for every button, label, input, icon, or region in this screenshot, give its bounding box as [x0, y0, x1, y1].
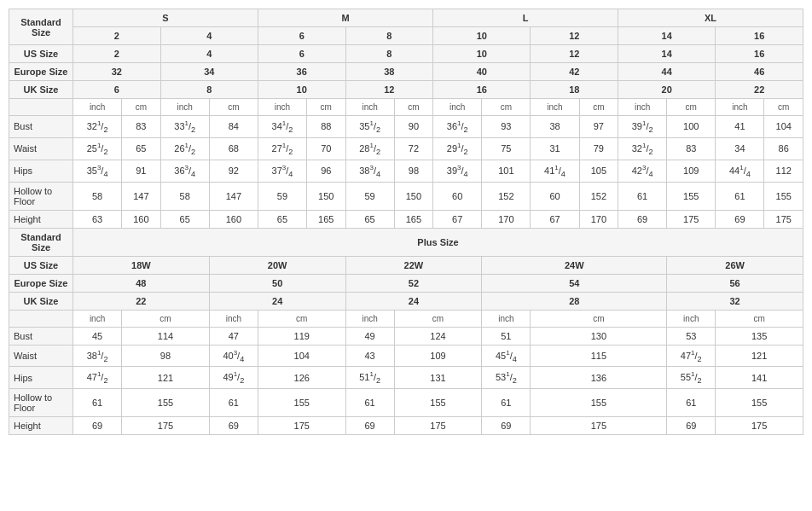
plus-us-18w: 18W — [73, 256, 210, 274]
unit-inch-3: inch — [258, 99, 306, 116]
plus-us-20w: 20W — [209, 256, 345, 274]
plus-waist-22w-inch: 43 — [345, 345, 394, 367]
plus-bust-20w-inch: 47 — [209, 327, 258, 345]
bust-16-cm: 104 — [764, 116, 803, 138]
plus-bust-18w-cm: 114 — [122, 327, 210, 345]
bust-16-inch: 41 — [716, 116, 764, 138]
htf-8-cm: 150 — [394, 182, 432, 210]
size-chart-table: StandardSize S M L XL 2 4 6 8 10 12 14 1… — [9, 9, 803, 435]
plus-h-18w-cm: 175 — [122, 417, 210, 435]
eu-38: 38 — [345, 63, 433, 81]
plus-hips-18w-inch: 471/2 — [73, 367, 122, 389]
us-size-label: US Size — [9, 45, 73, 63]
plus-hips-26w-inch: 551/2 — [667, 367, 716, 389]
plus-uk-24b: 24 — [345, 292, 482, 310]
hips-14-inch: 423/4 — [618, 160, 667, 182]
plus-unit-inch-5: inch — [667, 310, 716, 327]
htf-16-cm: 155 — [764, 182, 803, 210]
plus-waist-26w-cm: 121 — [716, 345, 803, 367]
bust-12-cm: 97 — [579, 116, 618, 138]
plus-us-size-label: US Size — [9, 256, 73, 274]
hips-8-inch: 383/4 — [345, 160, 394, 182]
plus-unit-cm-3: cm — [394, 310, 482, 327]
uk-16: 16 — [433, 81, 531, 99]
h-6-inch: 65 — [258, 210, 306, 228]
plus-hollow-floor-row: Hollow to Floor 61 155 61 155 61 155 61 … — [9, 389, 803, 417]
plus-hips-22w-cm: 131 — [394, 367, 482, 389]
plus-htf-22w-cm: 155 — [394, 389, 482, 417]
plus-waist-20w-inch: 403/4 — [209, 345, 258, 367]
unit-cm-4: cm — [394, 99, 432, 116]
plus-waist-24w-inch: 451/4 — [482, 345, 531, 367]
bust-2-inch: 321/2 — [73, 116, 122, 138]
s-size-header: S — [73, 9, 258, 27]
plus-unit-cm-4: cm — [531, 310, 667, 327]
plus-hips-26w-cm: 141 — [716, 367, 803, 389]
unit-cm-8: cm — [764, 99, 803, 116]
h-6-cm: 165 — [307, 210, 345, 228]
hips-6-inch: 373/4 — [258, 160, 306, 182]
h-12-inch: 67 — [531, 210, 579, 228]
plus-h-26w-cm: 175 — [716, 417, 803, 435]
unit-inch-8: inch — [716, 99, 764, 116]
bust-8-inch: 351/2 — [345, 116, 394, 138]
us-2-row: 2 — [73, 45, 161, 63]
hips-label: Hips — [9, 160, 73, 182]
hips-12-inch: 411/4 — [531, 160, 579, 182]
plus-h-22w-inch: 69 — [345, 417, 394, 435]
plus-eu-50: 50 — [209, 274, 345, 292]
unit-inch-4: inch — [345, 99, 394, 116]
bust-10-inch: 361/2 — [433, 116, 482, 138]
h-16-inch: 69 — [716, 210, 764, 228]
plus-height-label: Height — [9, 417, 73, 435]
htf-14-cm: 155 — [667, 182, 716, 210]
standard-size-header: StandardSize — [9, 9, 73, 45]
hips-4-cm: 92 — [209, 160, 258, 182]
plus-uk-size-row: UK Size 22 24 24 28 32 — [9, 292, 803, 310]
htf-2-cm: 147 — [122, 182, 160, 210]
eu-42: 42 — [531, 63, 618, 81]
hips-16-cm: 112 — [764, 160, 803, 182]
hips-12-cm: 105 — [579, 160, 618, 182]
hips-16-inch: 441/4 — [716, 160, 764, 182]
waist-2-cm: 65 — [122, 137, 160, 160]
eu-34: 34 — [160, 63, 258, 81]
unit-cm-6: cm — [579, 99, 618, 116]
plus-unit-cm-5: cm — [716, 310, 803, 327]
plus-hips-20w-cm: 126 — [258, 367, 345, 389]
plus-htf-20w-inch: 61 — [209, 389, 258, 417]
plus-section-divider: Standard Size Plus Size — [9, 228, 803, 256]
plus-bust-24w-cm: 130 — [531, 327, 667, 345]
us-16-row: 16 — [716, 45, 803, 63]
uk-size-label: UK Size — [9, 81, 73, 99]
plus-waist-26w-inch: 471/2 — [667, 345, 716, 367]
htf-16-inch: 61 — [716, 182, 764, 210]
plus-waist-18w-inch: 381/2 — [73, 345, 122, 367]
plus-htf-20w-cm: 155 — [258, 389, 345, 417]
hips-2-cm: 91 — [122, 160, 160, 182]
bust-12-inch: 38 — [531, 116, 579, 138]
bust-2-cm: 83 — [122, 116, 160, 138]
eu-size-label: Europe Size — [9, 63, 73, 81]
eu-44: 44 — [618, 63, 716, 81]
waist-10-cm: 75 — [482, 137, 531, 160]
plus-uk-24: 24 — [209, 292, 345, 310]
plus-hips-22w-inch: 511/2 — [345, 367, 394, 389]
plus-h-20w-inch: 69 — [209, 417, 258, 435]
eu-40: 40 — [433, 63, 531, 81]
us-8-row: 8 — [345, 45, 433, 63]
plus-eu-size-label: Europe Size — [9, 274, 73, 292]
bust-6-cm: 88 — [307, 116, 345, 138]
plus-h-22w-cm: 175 — [394, 417, 482, 435]
uk-22: 22 — [716, 81, 803, 99]
unit-inch-1: inch — [73, 99, 122, 116]
bust-10-cm: 93 — [482, 116, 531, 138]
plus-waist-22w-cm: 109 — [394, 345, 482, 367]
waist-16-cm: 86 — [764, 137, 803, 160]
plus-hips-20w-inch: 491/2 — [209, 367, 258, 389]
waist-2-inch: 251/2 — [73, 137, 122, 160]
waist-8-cm: 72 — [394, 137, 432, 160]
plus-unit-empty — [9, 310, 73, 327]
htf-10-inch: 60 — [433, 182, 482, 210]
us-12: 12 — [531, 27, 618, 45]
